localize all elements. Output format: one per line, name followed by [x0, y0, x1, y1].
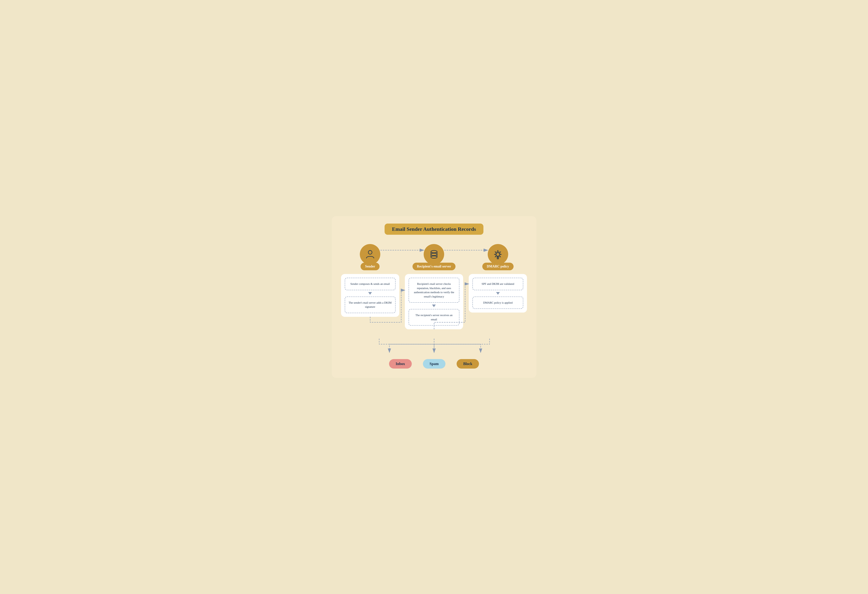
sender-icon-circle [360, 244, 380, 264]
main-columns: Sender Sender composes & sends an email … [341, 244, 527, 329]
bottom-section: Inbox Spam Block [341, 337, 527, 369]
svg-point-3 [431, 250, 437, 253]
title-wrapper: Email Sender Authentication Records [341, 223, 527, 235]
sender-label: Sender [365, 264, 375, 268]
svg-point-6 [496, 253, 500, 256]
badge-icon [493, 249, 503, 260]
svg-point-2 [368, 250, 372, 254]
recipient-box-2-text: The recipient's server receives an email [415, 314, 453, 321]
outcome-pills: Inbox Spam Block [389, 359, 479, 369]
dmarc-label: DMARC policy [487, 264, 509, 268]
bottom-connector-svg [341, 337, 527, 355]
dmarc-box-2-text: DMARC policy is applied [483, 301, 513, 304]
recipient-icon-circle [424, 244, 444, 264]
recipient-label-pill: Recipient's email server [412, 263, 456, 270]
dmarc-inner-arrow [496, 292, 500, 295]
sender-box-2-text: The sender's mail server adds a DKIM sig… [348, 301, 392, 309]
inbox-label: Inbox [396, 362, 405, 366]
person-icon [365, 249, 375, 260]
dmarc-card: SPF and DKIM are validated DMARC policy … [469, 274, 527, 313]
dmarc-box-2: DMARC policy is applied [472, 297, 523, 309]
sender-box-2: The sender's mail server adds a DKIM sig… [345, 297, 396, 313]
outcome-inbox: Inbox [389, 359, 412, 369]
column-sender: Sender Sender composes & sends an email … [341, 244, 399, 317]
sender-box-1-text: Sender composes & sends an email [350, 282, 390, 285]
column-recipient: Recipient's email server Recipient's mai… [405, 244, 463, 329]
block-label: Block [463, 362, 472, 366]
dmarc-box-1: SPF and DKIM are validated [472, 278, 523, 290]
sender-box-1: Sender composes & sends an email [345, 278, 396, 290]
svg-point-4 [431, 256, 437, 258]
diagram-container: Email Sender Authentication Records [332, 216, 536, 378]
recipient-box-2: The recipient's server receives an email [409, 309, 459, 325]
database-icon [429, 249, 439, 260]
sender-card: Sender composes & sends an email The sen… [341, 274, 399, 317]
dmarc-label-pill: DMARC policy [482, 263, 514, 270]
recipient-box-1-text: Recipient's mail server checks reputatio… [414, 282, 454, 298]
full-diagram: Sender Sender composes & sends an email … [341, 244, 527, 369]
column-dmarc: DMARC policy SPF and DKIM are validated … [469, 244, 527, 313]
sender-inner-arrow [368, 292, 372, 295]
title-box: Email Sender Authentication Records [385, 223, 483, 235]
svg-point-5 [431, 253, 437, 256]
recipient-label: Recipient's email server [417, 264, 451, 268]
recipient-box-1: Recipient's mail server checks reputatio… [409, 278, 459, 303]
recipient-inner-arrow [432, 304, 436, 307]
sender-label-pill: Sender [360, 263, 379, 270]
page-title: Email Sender Authentication Records [392, 226, 476, 232]
outcome-spam: Spam [423, 359, 446, 369]
dmarc-box-1-text: SPF and DKIM are validated [481, 282, 514, 285]
outcome-block: Block [457, 359, 479, 369]
recipient-card: Recipient's mail server checks reputatio… [405, 274, 463, 329]
dmarc-icon-circle [488, 244, 508, 264]
spam-label: Spam [430, 362, 439, 366]
